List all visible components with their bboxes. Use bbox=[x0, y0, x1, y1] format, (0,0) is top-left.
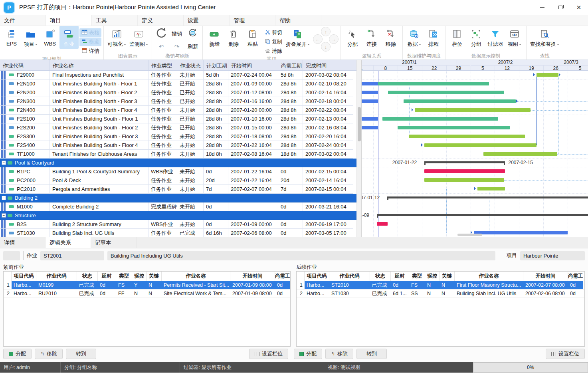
undo-circle-button[interactable] bbox=[155, 27, 167, 41]
column-header[interactable]: 作业名称 bbox=[50, 60, 148, 70]
move-right-button[interactable]: → bbox=[329, 34, 339, 44]
timescale-week[interactable]: 26 bbox=[543, 65, 568, 71]
activity-view-button[interactable]: 作业 bbox=[59, 26, 79, 49]
timescale-week[interactable]: 15 bbox=[398, 65, 422, 71]
find-replace-button[interactable]: 查找和替换 bbox=[529, 26, 561, 49]
menu-tab-帮助[interactable]: 帮助 bbox=[275, 15, 321, 26]
column-header[interactable]: 尚需工期 bbox=[278, 60, 303, 70]
vertical-scrollbar[interactable] bbox=[356, 60, 361, 237]
redo-arrow-button[interactable]: ↷ bbox=[174, 43, 180, 50]
remove-link-button[interactable]: 移除 bbox=[381, 26, 400, 49]
timescale-month[interactable]: 2007/1 bbox=[362, 60, 457, 65]
grouping-button[interactable]: 分组 bbox=[467, 26, 486, 49]
gantt-bar-actual[interactable] bbox=[362, 99, 378, 103]
rel-column-header[interactable]: 延时 bbox=[98, 272, 116, 281]
project-field[interactable]: Harbour Pointe bbox=[520, 251, 585, 260]
data-button[interactable]: 数据 bbox=[405, 26, 424, 49]
pred-goto-button[interactable]: 转到 bbox=[66, 349, 96, 359]
gantt-bar-planned[interactable] bbox=[424, 143, 537, 147]
connect-button[interactable]: 连接 bbox=[362, 26, 381, 49]
rel-column-header[interactable]: 状态 bbox=[77, 272, 98, 281]
visualization-button[interactable]: 可视化 bbox=[106, 26, 128, 49]
timescale-week[interactable]: 29 bbox=[446, 65, 471, 71]
rel-column-header[interactable]: 开始时间 bbox=[523, 272, 568, 281]
collapse-icon[interactable]: − bbox=[2, 161, 6, 165]
pred-remove-button[interactable]: ↰移除 bbox=[35, 349, 63, 359]
menu-tab-管理[interactable]: 管理 bbox=[230, 15, 275, 26]
rel-column-header[interactable]: 驱控 bbox=[425, 272, 440, 281]
gantt-bar-summary[interactable] bbox=[377, 214, 588, 216]
group-row[interactable]: −Pool & Courtyard bbox=[0, 159, 356, 167]
move-up-button[interactable]: ↑ bbox=[321, 27, 331, 36]
gantt-bar-planned[interactable] bbox=[483, 152, 557, 156]
succ-remove-button[interactable]: ↰移除 bbox=[325, 349, 353, 359]
rel-column-header[interactable]: 延时 bbox=[391, 272, 409, 281]
table-row[interactable]: ST1030Building Slab Incl. UG Utils任务作业已完… bbox=[0, 229, 356, 237]
gantt-bar-progress[interactable] bbox=[404, 99, 516, 103]
rel-column-header[interactable]: 尚需工 bbox=[275, 272, 290, 281]
gantt-bar-critical[interactable] bbox=[377, 222, 388, 226]
table-row[interactable]: PC2000Pool & Deck任务作业未开始20d2007-01-22 16… bbox=[0, 176, 356, 185]
schedule-button[interactable]: 排程 bbox=[424, 26, 443, 49]
timescale-week[interactable]: 5 bbox=[568, 65, 588, 71]
menu-tab-工具[interactable]: 工具 bbox=[92, 15, 138, 26]
gantt-bar-actual[interactable] bbox=[362, 91, 378, 94]
wbs-button[interactable]: WBS bbox=[40, 26, 59, 48]
details-tab-详情[interactable]: 详情 bbox=[0, 237, 46, 248]
copy-button[interactable]: 复制 bbox=[263, 38, 284, 46]
gantt-bar-planned[interactable] bbox=[409, 135, 525, 138]
move-down-button[interactable]: ↓ bbox=[321, 42, 331, 52]
view-button[interactable]: 视图 bbox=[505, 26, 524, 49]
add-button[interactable]: 新增 bbox=[205, 26, 224, 49]
rel-column-header[interactable]: 作业代码 bbox=[36, 272, 77, 281]
succ-goto-button[interactable]: 转到 bbox=[356, 349, 387, 359]
collapse-icon[interactable]: − bbox=[2, 213, 6, 218]
gantt-bar-summary[interactable] bbox=[387, 196, 588, 198]
rel-column-header[interactable]: 驱控 bbox=[132, 272, 147, 281]
gantt-bar-progress[interactable] bbox=[382, 117, 498, 121]
blank-button[interactable] bbox=[3, 251, 20, 260]
group-row[interactable]: −Building 2 bbox=[0, 194, 356, 202]
minimize-button[interactable] bbox=[533, 0, 551, 15]
column-header[interactable]: 开始时间 bbox=[228, 60, 278, 70]
timescale-week[interactable]: 1 bbox=[362, 65, 373, 71]
table-view-button[interactable]: 表格 bbox=[79, 28, 101, 37]
bar-view-button[interactable]: 横道 bbox=[79, 38, 101, 46]
close-button[interactable]: ✕ bbox=[570, 0, 588, 15]
timescale-week[interactable]: 8 bbox=[373, 65, 398, 71]
timescale-week[interactable]: 5 bbox=[471, 65, 495, 71]
activity-name-field[interactable]: Building Pad Including UG Utils bbox=[107, 251, 495, 260]
eps-button[interactable]: EPS bbox=[2, 26, 21, 48]
column-header[interactable]: 作业状态 bbox=[177, 60, 204, 70]
table-row[interactable]: F2N200Unit Finishes Building North - Flo… bbox=[0, 88, 356, 97]
table-row[interactable]: F2N100Unit Finishes Building North - Flo… bbox=[0, 79, 356, 88]
restore-button[interactable] bbox=[551, 0, 570, 15]
relationship-row[interactable]: 2Harbo...ST1030已完成6d 1...SSNNBuilding Sl… bbox=[297, 290, 584, 298]
relationship-row[interactable]: 1Harbo...ST2010已完成0dFSNNFirst Floor Maso… bbox=[297, 281, 584, 290]
gantt-bar-progress[interactable] bbox=[398, 126, 510, 129]
gantt-bar-progress[interactable] bbox=[388, 91, 504, 94]
table-row[interactable]: B2SBuilding 2 Structure SummaryWBS作业未开始0… bbox=[0, 220, 356, 229]
rel-column-header[interactable]: 项目代码 bbox=[12, 272, 36, 281]
gantt-bar-summary[interactable] bbox=[424, 161, 505, 163]
group-row[interactable]: −Structure bbox=[0, 211, 356, 220]
rel-column-header[interactable] bbox=[4, 272, 12, 281]
gantt-bar-planned[interactable] bbox=[477, 187, 505, 190]
table-row[interactable]: F2N300Unit Finishes Building North - Flo… bbox=[0, 97, 356, 106]
horizontal-scrollbar-thumb[interactable] bbox=[457, 234, 482, 236]
succ-assign-button[interactable]: 分配 bbox=[294, 349, 322, 359]
menu-tab-项目[interactable]: 项目 bbox=[46, 15, 92, 26]
rel-column-header[interactable]: 作业名称 bbox=[455, 272, 523, 281]
detail-view-button[interactable]: 详情 bbox=[79, 47, 101, 56]
timescale-week[interactable]: 22 bbox=[422, 65, 446, 71]
rel-column-header[interactable]: 尚需工 bbox=[568, 272, 583, 281]
gantt-bar-actual[interactable] bbox=[362, 126, 378, 129]
table-row[interactable]: B1PCBuilding 1 Pool & Courtyard SummaryW… bbox=[0, 167, 356, 176]
menu-tab-设置[interactable]: 设置 bbox=[184, 15, 230, 26]
menu-tab-定义[interactable]: 定义 bbox=[138, 15, 184, 26]
gantt-bar-critical[interactable] bbox=[424, 169, 505, 173]
columns-button[interactable]: 栏位 bbox=[447, 26, 467, 49]
gantt-bar-progress[interactable] bbox=[378, 82, 489, 85]
undo-arrow-button[interactable]: ↶ bbox=[159, 43, 164, 50]
table-row[interactable]: F29000Final Inspections and Punchlist任务作… bbox=[0, 71, 356, 79]
